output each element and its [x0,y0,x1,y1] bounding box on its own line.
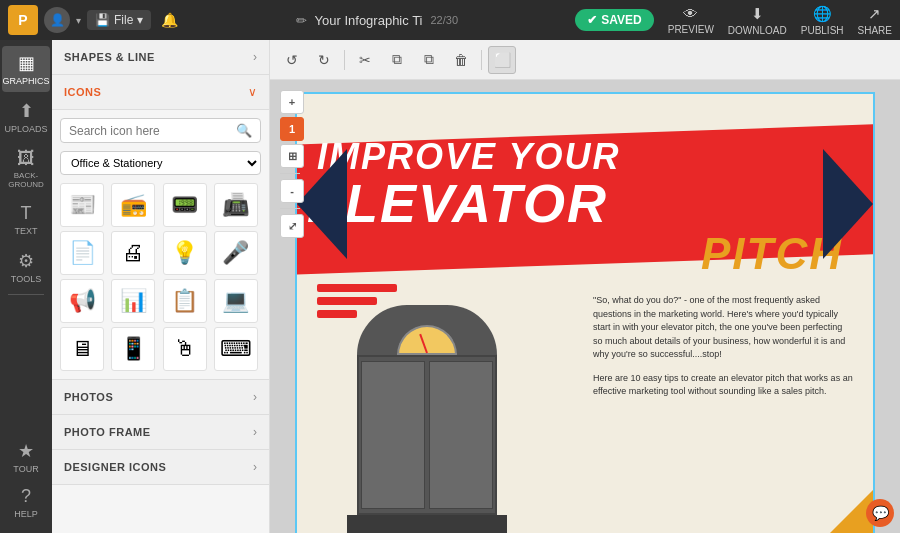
elevator-body [357,355,497,515]
photos-chevron-icon: › [253,390,257,404]
icon-cell[interactable]: 🎤 [214,231,258,275]
icons-section-header[interactable]: ICONS ∨ [52,75,269,110]
sidebar-item-tools[interactable]: ⚙ TOOLS [2,244,50,290]
page-counter: 22/30 [431,14,459,26]
icon-cell[interactable]: 📱 [111,327,155,371]
photo-frame-section-header[interactable]: PHOTO FRAME › [52,415,269,450]
undo-button[interactable]: ↺ [278,46,306,74]
icon-cell[interactable]: 📰 [60,183,104,227]
elevator-door-right [429,361,493,509]
sidebar-item-uploads[interactable]: ⬆ UPLOADS [2,94,50,140]
document-title[interactable]: Your Infographic Ti [315,13,423,28]
expand-button[interactable]: ⤢ [280,214,304,238]
file-menu-button[interactable]: 💾 File ▾ [87,10,151,30]
sidebar-item-tour[interactable]: ★ TOUR [2,434,50,480]
elevator-gauge [397,325,457,355]
search-input[interactable] [69,124,236,138]
sidebar-item-graphics[interactable]: ▦ GRAPHICS [2,46,50,92]
save-icon: 💾 [95,13,110,27]
user-menu-chevron[interactable]: ▾ [76,15,81,26]
delete-button[interactable]: 🗑 [447,46,475,74]
category-select[interactable]: Office & StationeryBusinessTechnologyFoo… [60,151,261,175]
app-logo[interactable]: P [8,5,38,35]
designer-icons-chevron-icon: › [253,460,257,474]
infographic: IMPROVE YOUR ELEVATOR PITCH [297,94,873,533]
side-tool-separator-2 [280,208,300,209]
corner-triangle [793,490,873,533]
zoom-in-button[interactable]: + [280,90,304,114]
edit-title-icon[interactable]: ✏ [296,13,307,28]
cut-button[interactable]: ✂ [351,46,379,74]
chat-button[interactable]: 💬 [866,499,894,527]
sidebar-icons: ▦ GRAPHICS ⬆ UPLOADS 🖼 BACK-GROUND T TEX… [0,40,52,533]
photo-frame-chevron-icon: › [253,425,257,439]
nav-right-actions: 👁 PREVIEW ⬇ DOWNLOAD 🌐 PUBLISH ↗ SHARE [668,5,892,36]
photos-label: PHOTOS [64,391,113,403]
elevator-illustration [347,305,507,533]
user-avatar[interactable]: 👤 [44,7,70,33]
download-icon: ⬇ [751,5,764,23]
stripe-2 [317,297,377,305]
icon-cell[interactable]: 📟 [163,183,207,227]
body-text-2: Here are 10 easy tips to create an eleva… [593,372,853,399]
icon-cell[interactable]: 📻 [111,183,155,227]
canvas[interactable]: IMPROVE YOUR ELEVATOR PITCH [295,92,875,533]
photo-frame-label: PHOTO FRAME [64,426,151,438]
sidebar-item-text[interactable]: T TEXT [2,197,50,242]
stripe-1 [317,284,397,292]
frame-button[interactable]: ⬜ [488,46,516,74]
check-icon: ✔ [587,13,597,27]
icon-cell[interactable]: 📄 [60,231,104,275]
publish-button[interactable]: 🌐 PUBLISH [801,5,844,36]
redo-button[interactable]: ↻ [310,46,338,74]
icon-cell[interactable]: 🖱 [163,327,207,371]
icon-search-box[interactable]: 🔍 [60,118,261,143]
file-chevron: ▾ [137,13,143,27]
icons-section: ICONS ∨ 🔍 Office & StationeryBusinessTec… [52,75,269,380]
shapes-chevron-icon: › [253,50,257,64]
main-area: ▦ GRAPHICS ⬆ UPLOADS 🖼 BACK-GROUND T TEX… [0,40,900,533]
download-button[interactable]: ⬇ DOWNLOAD [728,5,787,36]
icon-cell[interactable]: ⌨ [214,327,258,371]
toolbar-separator-2 [481,50,482,70]
icon-cell[interactable]: 📠 [214,183,258,227]
icon-cell[interactable]: 📢 [60,279,104,323]
photos-section-header[interactable]: PHOTOS › [52,380,269,415]
notification-bell-icon[interactable]: 🔔 [161,12,178,28]
text-icon: T [21,203,32,224]
background-icon: 🖼 [17,148,35,169]
banner-text-line3: PITCH [701,229,843,279]
share-button[interactable]: ↗ SHARE [858,5,892,36]
elevator-arch [357,305,497,355]
title-area: ✏ Your Infographic Ti 22/30 [184,13,569,28]
copy-button[interactable]: ⧉ [383,46,411,74]
designer-icons-section-header[interactable]: DESIGNER ICONS › [52,450,269,485]
sidebar-item-help[interactable]: ? HELP [2,480,50,525]
paste-button[interactable]: ⧉ [415,46,443,74]
icons-content: 🔍 Office & StationeryBusinessTechnologyF… [52,110,269,379]
elevator-door-left [361,361,425,509]
icon-cell[interactable]: 📊 [111,279,155,323]
icon-cell[interactable]: 💻 [214,279,258,323]
icon-cell[interactable]: 🖥 [60,327,104,371]
icon-cell[interactable]: 🖨 [111,231,155,275]
shapes-label: SHAPES & LINE [64,51,155,63]
toolbar-separator-1 [344,50,345,70]
icons-chevron-icon: ∨ [248,85,257,99]
tour-icon: ★ [18,440,34,462]
zoom-fit-button[interactable]: ⊞ [280,144,304,168]
zoom-out-button[interactable]: - [280,179,304,203]
preview-icon: 👁 [683,5,698,22]
sidebar-item-background[interactable]: 🖼 BACK-GROUND [2,142,50,195]
publish-icon: 🌐 [813,5,832,23]
gauge-needle [419,334,428,353]
side-tools: + 1 ⊞ - ⤢ [280,90,304,238]
icon-cell[interactable]: 📋 [163,279,207,323]
preview-button[interactable]: 👁 PREVIEW [668,5,714,35]
sidebar-separator [8,294,44,295]
icon-cell[interactable]: 💡 [163,231,207,275]
top-navigation: P 👤 ▾ 💾 File ▾ 🔔 ✏ Your Infographic Ti 2… [0,0,900,40]
designer-icons-label: DESIGNER ICONS [64,461,166,473]
sidebar-bottom: ★ TOUR ? HELP [2,434,50,533]
shapes-section-header[interactable]: SHAPES & LINE › [52,40,269,75]
